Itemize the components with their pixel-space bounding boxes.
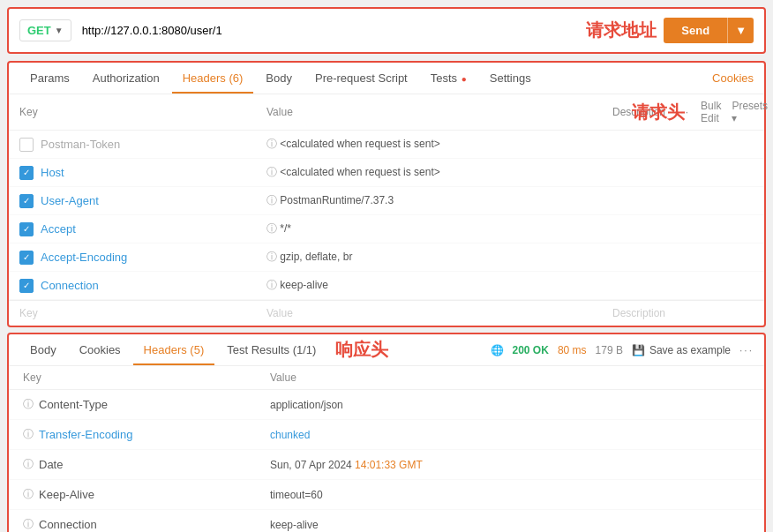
key-name: Accept-Encoding bbox=[41, 251, 127, 264]
table-row: ⓘ Transfer-Encoding chunked bbox=[9, 420, 764, 450]
date-time: 14:01:33 GMT bbox=[355, 459, 423, 471]
key-cell: ✓ User-Agent bbox=[19, 194, 266, 208]
tab-test-results[interactable]: Test Results (1/1) bbox=[216, 334, 326, 365]
key-name: Connection bbox=[41, 279, 99, 292]
tab-pre-request[interactable]: Pre-request Script bbox=[304, 63, 418, 94]
tab-settings[interactable]: Settings bbox=[479, 63, 542, 94]
resp-key-cell: ⓘ Date bbox=[23, 457, 270, 472]
row-checkbox[interactable]: ✓ bbox=[19, 279, 34, 293]
tab-response-body[interactable]: Body bbox=[19, 334, 67, 365]
resp-value-cell: timeout=60 bbox=[270, 489, 750, 501]
info-icon: ⓘ bbox=[23, 427, 34, 442]
globe-icon: 🌐 bbox=[491, 344, 504, 356]
request-headers-table: Key Value Description ··· Bulk Edit Pres… bbox=[9, 94, 764, 326]
value-cell: ⓘ gzip, deflate, br bbox=[266, 250, 612, 265]
info-icon: ⓘ bbox=[266, 166, 277, 178]
resp-key-cell: ⓘ Transfer-Encoding bbox=[23, 427, 270, 442]
response-more-icon[interactable]: ··· bbox=[739, 344, 754, 356]
response-time: 80 ms bbox=[558, 344, 587, 356]
header-actions: Description ··· Bulk Edit Presets ▾ 请求头 bbox=[612, 100, 754, 124]
info-icon: ⓘ bbox=[23, 487, 34, 502]
response-section: Body Cookies Headers (5) Test Results (1… bbox=[7, 333, 766, 532]
tab-body[interactable]: Body bbox=[255, 63, 303, 94]
info-icon: ⓘ bbox=[266, 194, 277, 206]
table-row: ✓ Host ⓘ <calculated when request is sen… bbox=[9, 159, 764, 187]
save-label: Save as example bbox=[649, 344, 731, 356]
url-annotation: 请求地址 bbox=[586, 19, 657, 42]
resp-key-cell: ⓘ Content-Type bbox=[23, 397, 270, 412]
row-checkbox[interactable]: ✓ bbox=[19, 166, 34, 180]
response-headers-table: Key Value ⓘ Content-Type application/jso… bbox=[9, 366, 764, 532]
send-button[interactable]: Send ▼ bbox=[664, 18, 754, 43]
info-icon: ⓘ bbox=[266, 279, 277, 291]
response-table-header: Key Value bbox=[9, 366, 764, 390]
resp-value-cell: Sun, 07 Apr 2024 14:01:33 GMT bbox=[270, 459, 750, 471]
value-cell: ⓘ */* bbox=[266, 221, 612, 236]
tab-params[interactable]: Params bbox=[19, 63, 80, 94]
save-icon: 💾 bbox=[632, 344, 645, 356]
info-icon: ⓘ bbox=[23, 517, 34, 532]
empty-desc: Description bbox=[612, 307, 754, 319]
info-icon: ⓘ bbox=[266, 138, 277, 150]
resp-value-header: Value bbox=[270, 371, 750, 384]
value-header: Value bbox=[266, 106, 612, 118]
method-label: GET bbox=[27, 24, 51, 37]
url-bar: GET ▼ 请求地址 Send ▼ bbox=[7, 7, 766, 54]
tab-tests[interactable]: Tests ● bbox=[420, 63, 477, 94]
save-as-example-button[interactable]: 💾 Save as example bbox=[632, 344, 731, 356]
status-area: 🌐 200 OK 80 ms 179 B 💾 Save as example ·… bbox=[491, 344, 754, 356]
tab-response-headers[interactable]: Headers (5) bbox=[133, 334, 215, 365]
row-checkbox[interactable]: ✓ bbox=[19, 194, 34, 208]
key-cell: ✓ Accept-Encoding bbox=[19, 251, 266, 265]
key-name: Host bbox=[41, 166, 64, 179]
send-dropdown-icon[interactable]: ▼ bbox=[727, 18, 754, 43]
key-header: Key bbox=[19, 106, 266, 118]
key-cell: ✓ Accept bbox=[19, 222, 266, 236]
request-table-header: Key Value Description ··· Bulk Edit Pres… bbox=[9, 94, 764, 131]
resp-value-cell: keep-alive bbox=[270, 519, 750, 531]
key-cell: Postman-Token bbox=[19, 138, 266, 152]
response-tabs-bar: Body Cookies Headers (5) Test Results (1… bbox=[9, 334, 764, 366]
table-row: ⓘ Keep-Alive timeout=60 bbox=[9, 480, 764, 510]
table-row: ✓ User-Agent ⓘ PostmanRuntime/7.37.3 bbox=[9, 187, 764, 215]
info-icon: ⓘ bbox=[23, 397, 34, 412]
response-size: 179 B bbox=[596, 344, 623, 356]
url-input[interactable] bbox=[79, 20, 580, 41]
resp-value-cell: application/json bbox=[270, 399, 750, 411]
resp-key-cell: ⓘ Connection bbox=[23, 517, 270, 532]
tab-headers[interactable]: Headers (6) bbox=[172, 63, 254, 94]
row-checkbox[interactable]: ✓ bbox=[19, 222, 34, 236]
table-row: ⓘ Date Sun, 07 Apr 2024 14:01:33 GMT bbox=[9, 450, 764, 480]
response-annotation: 响应头 bbox=[335, 338, 388, 362]
key-name: Accept bbox=[41, 222, 76, 236]
row-checkbox[interactable] bbox=[19, 138, 34, 152]
info-icon: ⓘ bbox=[266, 251, 277, 263]
tests-badge: ● bbox=[462, 74, 467, 84]
presets-dropdown[interactable]: Presets ▾ bbox=[732, 100, 768, 124]
bulk-edit-link[interactable]: Bulk Edit bbox=[701, 100, 721, 124]
info-icon: ⓘ bbox=[266, 222, 277, 235]
send-label: Send bbox=[664, 18, 727, 43]
method-dropdown[interactable]: GET ▼ bbox=[19, 19, 71, 41]
table-row: ⓘ Content-Type application/json bbox=[9, 390, 764, 420]
table-row: ✓ Accept ⓘ */* bbox=[9, 215, 764, 244]
table-row: ⓘ Connection keep-alive bbox=[9, 510, 764, 532]
tab-authorization[interactable]: Authorization bbox=[82, 63, 170, 94]
tab-response-cookies[interactable]: Cookies bbox=[69, 334, 131, 365]
value-cell: ⓘ keep-alive bbox=[266, 278, 612, 293]
key-cell: ✓ Connection bbox=[19, 279, 266, 293]
value-cell: ⓘ <calculated when request is sent> bbox=[266, 165, 612, 180]
value-cell: ⓘ <calculated when request is sent> bbox=[266, 137, 612, 152]
resp-value-cell: chunked bbox=[270, 429, 750, 441]
value-cell: ⓘ PostmanRuntime/7.37.3 bbox=[266, 193, 612, 208]
key-name: Postman-Token bbox=[41, 138, 120, 151]
cookies-link[interactable]: Cookies bbox=[712, 71, 754, 85]
resp-key-cell: ⓘ Keep-Alive bbox=[23, 487, 270, 502]
info-icon: ⓘ bbox=[23, 457, 34, 472]
empty-value: Value bbox=[266, 307, 612, 319]
table-row: ✓ Accept-Encoding ⓘ gzip, deflate, br bbox=[9, 244, 764, 272]
request-headers-annotation: 请求头 bbox=[632, 101, 685, 124]
row-checkbox[interactable]: ✓ bbox=[19, 251, 34, 265]
table-row: Postman-Token ⓘ <calculated when request… bbox=[9, 131, 764, 159]
empty-row: Key Value Description bbox=[9, 300, 764, 326]
